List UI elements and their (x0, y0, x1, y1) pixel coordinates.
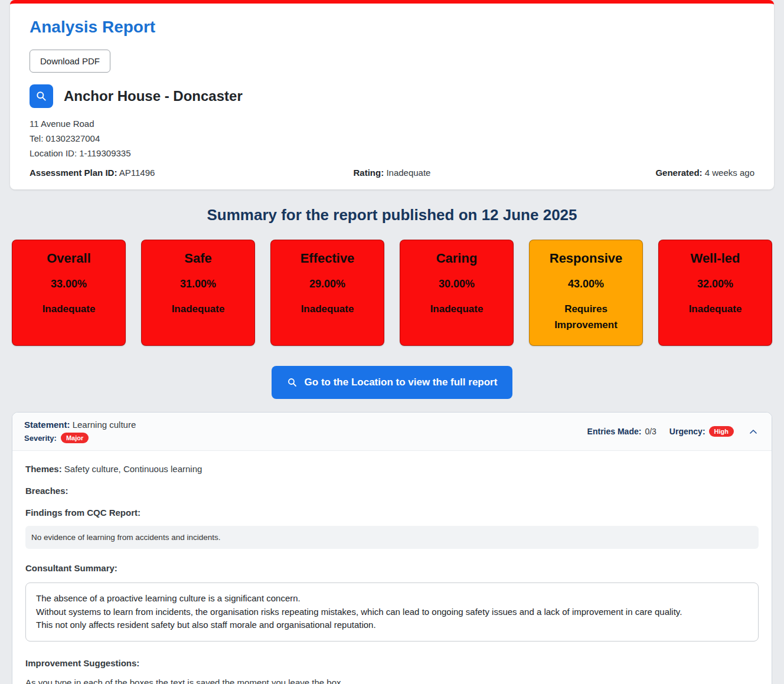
generated-value: 4 weeks ago (705, 168, 754, 178)
urgency-badge: High (709, 426, 734, 437)
search-icon (287, 377, 298, 388)
improvement-suggestions-label: Improvement Suggestions: (25, 658, 139, 668)
location-search-button[interactable] (30, 84, 53, 108)
location-name: Anchor House - Doncaster (64, 88, 243, 104)
score-card-title: Caring (400, 251, 513, 266)
assessment-plan-value: AP11496 (119, 168, 155, 178)
score-card-status: Requires Improvement (530, 301, 642, 333)
summary-heading: Summary for the report published on 12 J… (0, 206, 784, 224)
themes-label: Themes: (25, 464, 62, 474)
score-card-title: Responsive (530, 251, 642, 266)
assessment-plan-label: Assessment Plan ID: (30, 168, 117, 178)
go-to-location-button[interactable]: Go to the Location to view the full repo… (272, 366, 513, 399)
score-card-value: 30.00% (400, 278, 513, 290)
findings-label: Findings from CQC Report: (25, 508, 141, 518)
entries-made-label: Entries Made: (587, 427, 642, 436)
location-id-line: Location ID: 1-119309335 (30, 148, 754, 158)
breaches-label: Breaches: (25, 486, 68, 496)
score-card-well-led: Well-led 32.00% Inadequate (658, 240, 772, 346)
entries-made-value: 0/3 (645, 427, 656, 436)
download-pdf-button[interactable]: Download PDF (30, 50, 110, 73)
search-icon (35, 90, 47, 102)
report-card: Analysis Report Download PDF Anchor Hous… (10, 0, 774, 189)
score-card-title: Safe (142, 251, 254, 266)
score-cards-row: Overall 33.00% Inadequate Safe 31.00% In… (12, 240, 772, 346)
rating-value: Inadequate (386, 168, 430, 178)
score-card-responsive: Responsive 43.00% Requires Improvement (529, 240, 643, 346)
score-card-effective: Effective 29.00% Inadequate (270, 240, 384, 346)
consultant-summary-line: Without systems to learn from incidents,… (36, 606, 748, 619)
score-card-title: Overall (12, 251, 125, 266)
score-card-title: Well-led (659, 251, 772, 266)
score-card-value: 29.00% (271, 278, 384, 290)
statement-value: Learning culture (73, 420, 136, 430)
statement-header[interactable]: Statement: Learning culture Severity: Ma… (12, 413, 772, 451)
statement-label: Statement: (24, 420, 70, 430)
generated-label: Generated: (655, 168, 702, 178)
statement-body: Themes: Safety culture, Continuous learn… (12, 451, 772, 684)
page-title: Analysis Report (30, 18, 754, 37)
rating: Rating: Inadequate (271, 168, 512, 178)
generated: Generated: 4 weeks ago (513, 168, 754, 178)
collapse-section-button[interactable] (747, 427, 760, 436)
score-card-value: 33.00% (12, 278, 125, 290)
assessment-plan-id: Assessment Plan ID: AP11496 (30, 168, 271, 178)
themes-value: Safety culture, Continuous learning (64, 464, 202, 474)
score-card-value: 31.00% (142, 278, 254, 290)
consultant-summary-line: The absence of a proactive learning cult… (36, 592, 748, 606)
score-card-status: Inadequate (142, 301, 254, 317)
rating-label: Rating: (354, 168, 384, 178)
score-card-caring: Caring 30.00% Inadequate (400, 240, 514, 346)
score-card-safe: Safe 31.00% Inadequate (141, 240, 255, 346)
autosave-hint: As you type in each of the boxes the tex… (25, 678, 759, 684)
score-card-value: 43.00% (530, 278, 642, 290)
consultant-summary-label: Consultant Summary: (25, 563, 117, 573)
consultant-summary-line: This not only affects resident safety bu… (36, 618, 748, 632)
score-card-status: Inadequate (659, 301, 772, 317)
chevron-up-icon (747, 427, 760, 436)
consultant-summary-box: The absence of a proactive learning cult… (25, 582, 759, 642)
score-card-status: Inadequate (12, 301, 125, 317)
score-card-overall: Overall 33.00% Inadequate (12, 240, 126, 346)
score-card-status: Inadequate (271, 301, 384, 317)
severity-badge: Major (61, 433, 89, 443)
statement-card: Statement: Learning culture Severity: Ma… (12, 412, 772, 684)
telephone-line: Tel: 01302327004 (30, 133, 754, 143)
findings-text: No evidence of learning from accidents a… (25, 526, 759, 549)
urgency-label: Urgency: (669, 427, 705, 436)
score-card-title: Effective (271, 251, 384, 266)
go-to-location-label: Go to the Location to view the full repo… (305, 377, 498, 388)
address-line: 11 Avenue Road (30, 119, 754, 129)
score-card-value: 32.00% (659, 278, 772, 290)
severity-label: Severity: (24, 434, 57, 443)
score-card-status: Inadequate (400, 301, 513, 317)
